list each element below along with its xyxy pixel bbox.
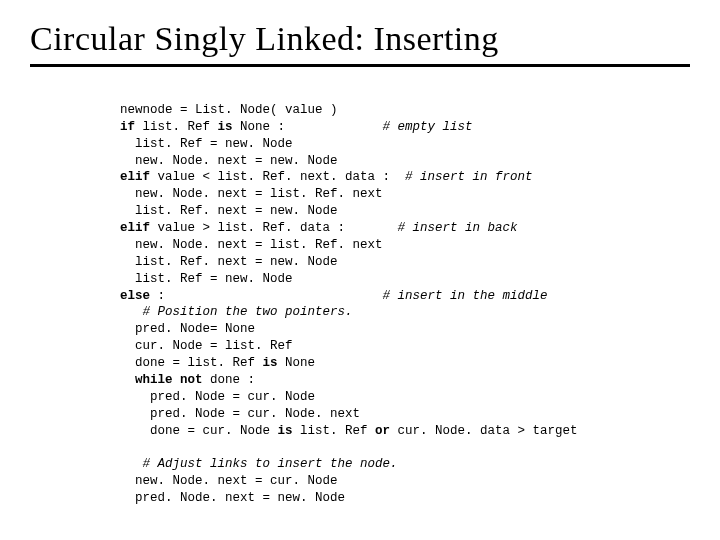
- slide: Circular Singly Linked: Inserting newnod…: [0, 0, 720, 527]
- code-text: cur. Node. data > target: [390, 424, 578, 438]
- code-text: value < list. Ref. next. data :: [150, 170, 405, 184]
- code-line: new. Node. next = cur. Node: [120, 474, 338, 488]
- slide-title: Circular Singly Linked: Inserting: [30, 20, 690, 67]
- code-block: newnode = List. Node( value ) if list. R…: [120, 85, 690, 507]
- code-line: pred. Node = cur. Node: [120, 390, 315, 404]
- code-text: None :: [233, 120, 383, 134]
- code-line: list. Ref. next = new. Node: [120, 255, 338, 269]
- comment: # empty list: [383, 120, 473, 134]
- code-line: new. Node. next = new. Node: [120, 154, 338, 168]
- code-line: newnode = List. Node( value ): [120, 103, 338, 117]
- comment: # insert in back: [398, 221, 518, 235]
- keyword-elif: elif: [120, 221, 150, 235]
- keyword-is: is: [218, 120, 233, 134]
- code-text: list. Ref: [293, 424, 376, 438]
- keyword-while-not: while not: [135, 373, 203, 387]
- code-line: new. Node. next = list. Ref. next: [120, 238, 383, 252]
- code-text: [120, 373, 135, 387]
- code-line: pred. Node. next = new. Node: [120, 491, 345, 505]
- comment: # insert in front: [405, 170, 533, 184]
- code-text: None: [278, 356, 316, 370]
- keyword-is: is: [263, 356, 278, 370]
- comment: # Position the two pointers.: [120, 305, 353, 319]
- code-text: done = list. Ref: [120, 356, 263, 370]
- code-text: value > list. Ref. data :: [150, 221, 398, 235]
- code-text: :: [150, 289, 383, 303]
- code-line: cur. Node = list. Ref: [120, 339, 293, 353]
- keyword-else: else: [120, 289, 150, 303]
- keyword-elif: elif: [120, 170, 150, 184]
- keyword-if: if: [120, 120, 135, 134]
- code-line: pred. Node= None: [120, 322, 255, 336]
- code-line: pred. Node = cur. Node. next: [120, 407, 360, 421]
- comment: # Adjust links to insert the node.: [120, 457, 398, 471]
- code-text: done :: [203, 373, 256, 387]
- code-line: new. Node. next = list. Ref. next: [120, 187, 383, 201]
- keyword-or: or: [375, 424, 390, 438]
- code-line: list. Ref. next = new. Node: [120, 204, 338, 218]
- code-text: done = cur. Node: [120, 424, 278, 438]
- comment: # insert in the middle: [383, 289, 548, 303]
- code-line: list. Ref = new. Node: [120, 137, 293, 151]
- keyword-is: is: [278, 424, 293, 438]
- code-text: list. Ref: [135, 120, 218, 134]
- code-line: list. Ref = new. Node: [120, 272, 293, 286]
